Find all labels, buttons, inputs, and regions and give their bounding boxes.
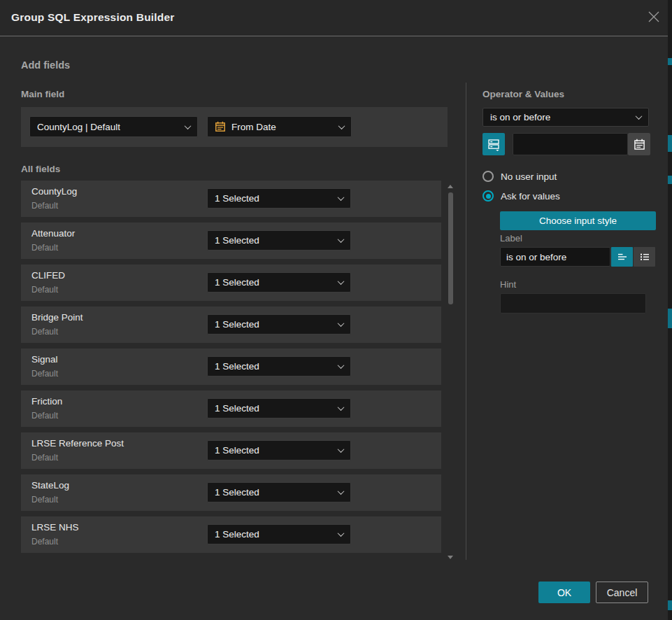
field-subtitle: Default [31,453,58,463]
text-input-style-button[interactable] [611,247,633,267]
text-input-style-icon [617,251,628,262]
field-subtitle: Default [31,537,58,547]
field-selected-dropdown[interactable]: 1 Selected [207,230,351,251]
field-selected-dropdown[interactable]: 1 Selected [207,356,351,376]
radio-icon [482,171,494,182]
chevron-down-icon [338,488,345,495]
field-subtitle: Default [31,411,58,421]
close-button[interactable] [645,10,662,27]
field-row-lrse-reference-post: LRSE Reference Post Default 1 Selected [21,432,441,469]
field-selected-dropdown[interactable]: 1 Selected [207,482,351,502]
field-row-attenuator: Attenuator Default 1 Selected [21,223,441,259]
edge-accent [668,600,672,610]
chevron-down-icon [338,194,345,201]
field-subtitle: Default [31,369,58,379]
field-dropdown-value: From Date [231,122,276,132]
field-subtitle: Default [31,201,58,211]
edge-accent [668,58,672,65]
calendar-icon [634,139,645,150]
dataset-dropdown-value: CountyLog | Default [37,122,120,132]
field-selected-dropdown[interactable]: 1 Selected [207,398,351,418]
close-icon [647,10,661,27]
title-bar: Group SQL Expression Builder [0,0,668,36]
value-date-input[interactable] [513,133,628,155]
edge-accent [668,309,672,328]
hint-caption: Hint [500,279,516,290]
selected-count: 1 Selected [215,277,259,288]
list-input-style-icon [639,251,650,262]
calendar-icon [215,121,226,132]
operator-dropdown-value: is on or before [490,112,550,122]
ok-button[interactable]: OK [538,582,590,603]
field-name: LRSE NHS [31,522,79,533]
list-input-style-button[interactable] [634,247,655,267]
field-row-friction: Friction Default 1 Selected [21,390,441,427]
chevron-down-icon [338,530,345,537]
chevron-down-icon [338,278,345,285]
field-row-signal: Signal Default 1 Selected [21,348,441,385]
field-subtitle: Default [31,243,58,253]
radio-selected-icon [482,190,494,202]
radio-ask-for-values[interactable]: Ask for values [482,190,560,202]
field-subtitle: Default [31,285,58,295]
selected-count: 1 Selected [215,487,259,498]
chevron-down-icon [338,362,345,369]
field-subtitle: Default [31,495,58,505]
chevron-down-icon [338,320,345,327]
main-field-box: CountyLog | Default From Date [21,107,448,147]
selected-count: 1 Selected [215,235,259,246]
field-name: Bridge Point [31,312,83,323]
field-subtitle: Default [31,327,58,337]
field-name: CountyLog [31,186,77,197]
field-row-countylog: CountyLog Default 1 Selected [21,181,441,217]
input-type-button[interactable] [482,133,505,155]
operator-values-heading: Operator & Values [482,89,564,99]
operator-dropdown[interactable]: is on or before [482,108,649,127]
selected-count: 1 Selected [215,445,259,456]
field-name: CLIFED [31,270,65,281]
chevron-down-icon [636,113,643,120]
chevron-down-icon [185,122,192,129]
dialog-title: Group SQL Expression Builder [11,11,175,24]
field-row-bridge-point: Bridge Point Default 1 Selected [21,307,441,343]
background-app-edge [668,0,672,620]
field-selected-dropdown[interactable]: 1 Selected [207,272,351,293]
chevron-down-icon [338,404,345,411]
cancel-button[interactable]: Cancel [596,582,648,603]
edge-accent [668,176,672,184]
scroll-down-icon[interactable] [448,556,453,559]
main-field-heading: Main field [21,89,64,99]
radio-ask-for-values-label: Ask for values [501,191,560,202]
hint-input[interactable] [500,293,646,313]
add-fields-heading: Add fields [21,59,70,71]
edge-accent [668,135,672,152]
field-row-lrse-nhs: LRSE NHS Default 1 Selected [21,516,441,553]
field-name: Signal [31,354,58,365]
field-name: Attenuator [31,228,75,239]
chevron-down-icon [338,236,345,243]
field-selected-dropdown[interactable]: 1 Selected [207,314,351,334]
selected-count: 1 Selected [215,361,259,372]
selected-count: 1 Selected [215,193,259,204]
field-selected-dropdown[interactable]: 1 Selected [207,440,351,460]
dataset-dropdown[interactable]: CountyLog | Default [29,116,198,137]
input-type-stack-icon [487,138,501,151]
selected-count: 1 Selected [215,319,259,330]
field-selected-dropdown[interactable]: 1 Selected [207,524,351,544]
all-fields-heading: All fields [21,164,60,174]
chevron-down-icon [338,122,345,129]
field-dropdown[interactable]: From Date [207,116,352,137]
selected-count: 1 Selected [215,403,259,414]
list-scrollbar-thumb[interactable] [448,192,453,304]
group-sql-expression-builder-dialog: Group SQL Expression Builder Add fields … [0,0,668,620]
date-picker-button[interactable] [628,133,650,155]
label-input[interactable] [500,247,610,267]
field-name: StateLog [31,480,69,491]
field-row-clifed: CLIFED Default 1 Selected [21,265,441,301]
field-selected-dropdown[interactable]: 1 Selected [207,188,351,209]
field-row-statelog: StateLog Default 1 Selected [21,474,441,511]
radio-no-user-input-label: No user input [501,171,557,182]
choose-input-style-button[interactable]: Choose input style [500,211,656,230]
radio-no-user-input[interactable]: No user input [482,171,557,182]
scroll-up-icon[interactable] [448,185,453,188]
